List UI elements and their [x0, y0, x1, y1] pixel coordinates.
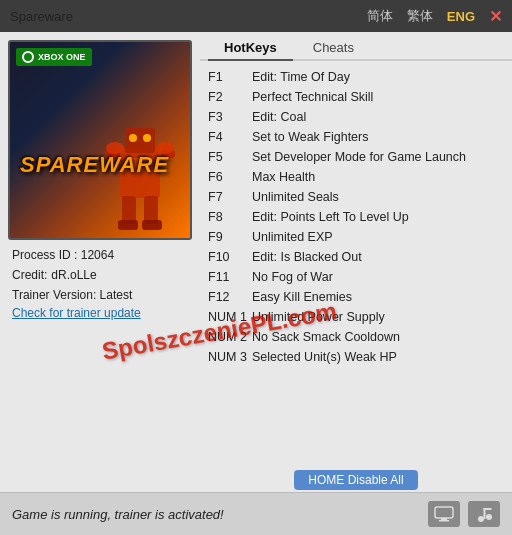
svg-rect-13: [435, 507, 453, 518]
hotkey-description: Unlimited Seals: [252, 187, 339, 207]
hotkey-description: Max Health: [252, 167, 315, 187]
hotkey-row: F6Max Health: [208, 167, 504, 187]
credit-label: Credit:: [12, 268, 47, 282]
music-icon[interactable]: [468, 501, 500, 527]
lang-traditional[interactable]: 繁体: [407, 7, 433, 25]
svg-point-2: [129, 134, 137, 142]
game-title-image: SPAREWARE: [20, 152, 169, 178]
monitor-svg: [434, 506, 454, 522]
monitor-icon[interactable]: [428, 501, 460, 527]
hotkey-description: No Sack Smack Cooldown: [252, 327, 400, 347]
hotkey-row: F3Edit: Coal: [208, 107, 504, 127]
trainer-version-value: Latest: [100, 288, 133, 302]
hotkey-description: Easy Kill Enemies: [252, 287, 352, 307]
close-button[interactable]: ✕: [489, 7, 502, 26]
svg-rect-19: [484, 508, 492, 510]
hotkey-key: F2: [208, 87, 248, 107]
game-image: XBOX ONE SPAREWARE: [8, 40, 192, 240]
hotkeys-list: F1Edit: Time Of DayF2Perfect Technical S…: [200, 61, 512, 466]
app-title: Spareware: [10, 9, 73, 24]
tab-cheats[interactable]: Cheats: [297, 36, 370, 61]
svg-rect-14: [441, 518, 447, 520]
hotkey-row: F9Unlimited EXP: [208, 227, 504, 247]
home-btn-suffix: Disable All: [348, 473, 404, 487]
hotkey-key: F6: [208, 167, 248, 187]
hotkey-key: NUM 3: [208, 347, 248, 367]
svg-point-16: [478, 516, 484, 522]
status-message: Game is running, trainer is activated!: [12, 507, 224, 522]
hotkey-row: F10Edit: Is Blacked Out: [208, 247, 504, 267]
hotkey-key: F10: [208, 247, 248, 267]
credit-row: Credit: dR.oLLe: [12, 268, 188, 282]
hotkey-description: Selected Unit(s) Weak HP: [252, 347, 397, 367]
hotkey-description: Edit: Points Left To Level Up: [252, 207, 409, 227]
hotkey-row: NUM 2No Sack Smack Cooldown: [208, 327, 504, 347]
hotkey-description: Perfect Technical Skill: [252, 87, 373, 107]
hotkey-key: F9: [208, 227, 248, 247]
svg-rect-8: [118, 220, 138, 230]
credit-value: dR.oLLe: [51, 268, 96, 282]
title-bar: Spareware 简体 繁体 ENG ✕: [0, 0, 512, 32]
home-btn-area: HOME Disable All: [200, 466, 512, 492]
info-section: Process ID : 12064 Credit: dR.oLLe Train…: [8, 240, 192, 484]
hotkey-row: F7Unlimited Seals: [208, 187, 504, 207]
hotkey-key: F11: [208, 267, 248, 287]
xbox-badge: XBOX ONE: [16, 48, 92, 66]
bottom-icons: [428, 501, 500, 527]
svg-rect-6: [122, 196, 136, 224]
xbox-circle-icon: [22, 51, 34, 63]
process-id-value: 12064: [81, 248, 114, 262]
hotkey-description: Edit: Is Blacked Out: [252, 247, 362, 267]
hotkey-description: Edit: Time Of Day: [252, 67, 350, 87]
hotkey-description: Unlimited Power Supply: [252, 307, 385, 327]
process-id-label: Process ID :: [12, 248, 77, 262]
title-bar-right: 简体 繁体 ENG ✕: [367, 7, 502, 26]
hotkey-key: F12: [208, 287, 248, 307]
update-link[interactable]: Check for trainer update: [12, 306, 141, 320]
tabs-bar: HotKeys Cheats: [200, 32, 512, 61]
hotkey-row: NUM 3Selected Unit(s) Weak HP: [208, 347, 504, 367]
home-btn-label: HOME: [308, 473, 344, 487]
hotkey-row: F8Edit: Points Left To Level Up: [208, 207, 504, 227]
left-panel: XBOX ONE SPAREWARE: [0, 32, 200, 492]
hotkey-row: F4Set to Weak Fighters: [208, 127, 504, 147]
lang-english[interactable]: ENG: [447, 9, 475, 24]
music-svg: [474, 504, 494, 524]
hotkey-key: F8: [208, 207, 248, 227]
xbox-badge-label: XBOX ONE: [38, 52, 86, 62]
hotkey-row: F2Perfect Technical Skill: [208, 87, 504, 107]
hotkey-description: No Fog of War: [252, 267, 333, 287]
right-panel: HotKeys Cheats F1Edit: Time Of DayF2Perf…: [200, 32, 512, 492]
process-id-row: Process ID : 12064: [12, 248, 188, 262]
hotkey-key: F3: [208, 107, 248, 127]
hotkey-key: F4: [208, 127, 248, 147]
hotkey-description: Edit: Coal: [252, 107, 306, 127]
svg-point-3: [143, 134, 151, 142]
hotkey-row: F11No Fog of War: [208, 267, 504, 287]
svg-rect-15: [439, 520, 449, 522]
hotkey-key: NUM 2: [208, 327, 248, 347]
main-content: XBOX ONE SPAREWARE: [0, 32, 512, 492]
hotkey-description: Unlimited EXP: [252, 227, 333, 247]
svg-rect-9: [142, 220, 162, 230]
hotkey-description: Set to Weak Fighters: [252, 127, 369, 147]
hotkey-key: F7: [208, 187, 248, 207]
trainer-version-label: Trainer Version:: [12, 288, 96, 302]
lang-simplified[interactable]: 简体: [367, 7, 393, 25]
tab-hotkeys[interactable]: HotKeys: [208, 36, 293, 61]
hotkey-row: F1Edit: Time Of Day: [208, 67, 504, 87]
hotkey-row: F12Easy Kill Enemies: [208, 287, 504, 307]
hotkey-row: F5Set Developer Mode for Game Launch: [208, 147, 504, 167]
svg-rect-7: [144, 196, 158, 224]
home-disable-all-button[interactable]: HOME Disable All: [294, 470, 417, 490]
hotkey-key: F5: [208, 147, 248, 167]
hotkey-key: F1: [208, 67, 248, 87]
hotkey-description: Set Developer Mode for Game Launch: [252, 147, 466, 167]
bottom-bar: Game is running, trainer is activated!: [0, 492, 512, 535]
hotkey-row: NUM 1Unlimited Power Supply: [208, 307, 504, 327]
hotkey-key: NUM 1: [208, 307, 248, 327]
svg-rect-1: [125, 128, 155, 153]
trainer-version-row: Trainer Version: Latest: [12, 288, 188, 302]
svg-point-17: [486, 514, 492, 520]
